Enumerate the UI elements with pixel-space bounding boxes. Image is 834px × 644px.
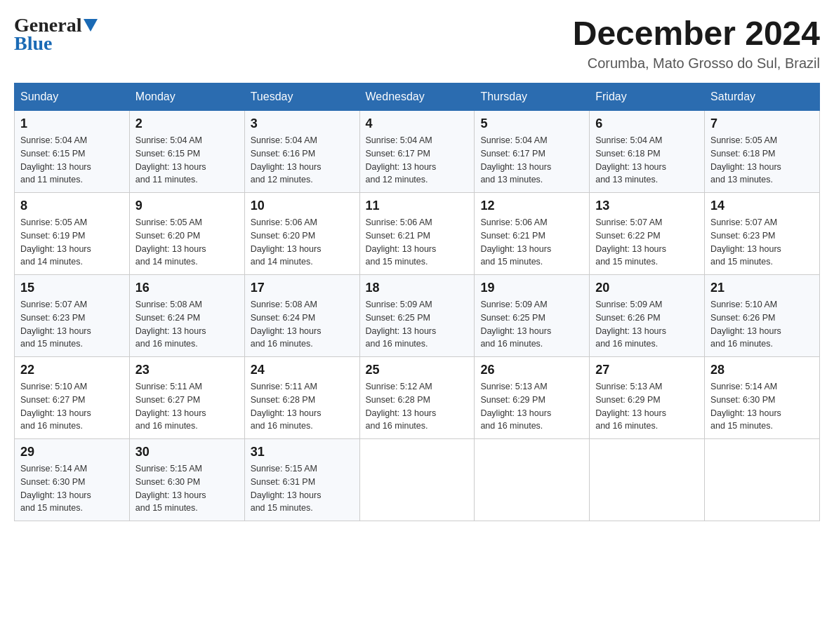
table-row [475, 439, 590, 521]
col-thursday: Thursday [475, 83, 590, 111]
calendar-table: Sunday Monday Tuesday Wednesday Thursday… [14, 83, 820, 521]
day-number: 4 [366, 116, 469, 131]
day-number: 25 [366, 363, 469, 377]
day-number: 17 [251, 281, 354, 295]
col-wednesday: Wednesday [359, 83, 475, 111]
day-number: 1 [20, 116, 124, 131]
table-row: 20 Sunrise: 5:09 AMSunset: 6:26 PMDaylig… [590, 275, 705, 357]
table-row: 14 Sunrise: 5:07 AMSunset: 6:23 PMDaylig… [705, 193, 820, 275]
day-number: 12 [480, 199, 583, 213]
day-info: Sunrise: 5:04 AMSunset: 6:16 PMDaylight:… [251, 134, 354, 187]
calendar-week-1: 1 Sunrise: 5:04 AMSunset: 6:15 PMDayligh… [15, 111, 820, 193]
day-number: 13 [595, 199, 699, 213]
title-area: December 2024 Corumba, Mato Grosso do Su… [573, 14, 820, 72]
calendar-week-4: 22 Sunrise: 5:10 AMSunset: 6:27 PMDaylig… [15, 357, 820, 439]
day-info: Sunrise: 5:10 AMSunset: 6:26 PMDaylight:… [710, 298, 814, 351]
col-sunday: Sunday [15, 83, 130, 111]
day-info: Sunrise: 5:12 AMSunset: 6:28 PMDaylight:… [366, 380, 469, 433]
table-row: 25 Sunrise: 5:12 AMSunset: 6:28 PMDaylig… [359, 357, 475, 439]
day-info: Sunrise: 5:08 AMSunset: 6:24 PMDaylight:… [251, 298, 354, 351]
day-number: 16 [135, 281, 239, 295]
day-number: 6 [595, 116, 699, 131]
location-subtitle: Corumba, Mato Grosso do Sul, Brazil [573, 55, 820, 72]
day-info: Sunrise: 5:04 AMSunset: 6:15 PMDaylight:… [135, 134, 239, 187]
day-info: Sunrise: 5:08 AMSunset: 6:24 PMDaylight:… [135, 298, 239, 351]
col-tuesday: Tuesday [244, 83, 359, 111]
day-info: Sunrise: 5:06 AMSunset: 6:20 PMDaylight:… [251, 216, 354, 269]
table-row [590, 439, 705, 521]
table-row: 2 Sunrise: 5:04 AMSunset: 6:15 PMDayligh… [129, 111, 244, 193]
day-number: 8 [20, 199, 124, 213]
day-number: 20 [595, 281, 699, 295]
table-row [705, 439, 820, 521]
table-row: 18 Sunrise: 5:09 AMSunset: 6:25 PMDaylig… [359, 275, 475, 357]
table-row: 11 Sunrise: 5:06 AMSunset: 6:21 PMDaylig… [359, 193, 475, 275]
table-row: 17 Sunrise: 5:08 AMSunset: 6:24 PMDaylig… [244, 275, 359, 357]
day-info: Sunrise: 5:13 AMSunset: 6:29 PMDaylight:… [595, 380, 699, 433]
table-row: 15 Sunrise: 5:07 AMSunset: 6:23 PMDaylig… [15, 275, 130, 357]
table-row: 12 Sunrise: 5:06 AMSunset: 6:21 PMDaylig… [475, 193, 590, 275]
day-number: 24 [251, 363, 354, 377]
day-info: Sunrise: 5:05 AMSunset: 6:19 PMDaylight:… [20, 216, 124, 269]
table-row: 29 Sunrise: 5:14 AMSunset: 6:30 PMDaylig… [15, 439, 130, 521]
table-row: 31 Sunrise: 5:15 AMSunset: 6:31 PMDaylig… [244, 439, 359, 521]
day-number: 27 [595, 363, 699, 377]
table-row: 1 Sunrise: 5:04 AMSunset: 6:15 PMDayligh… [15, 111, 130, 193]
day-number: 19 [480, 281, 583, 295]
table-row: 8 Sunrise: 5:05 AMSunset: 6:19 PMDayligh… [15, 193, 130, 275]
day-info: Sunrise: 5:13 AMSunset: 6:29 PMDaylight:… [480, 380, 583, 433]
header-row: Sunday Monday Tuesday Wednesday Thursday… [15, 83, 820, 111]
day-number: 7 [710, 116, 814, 131]
logo-blue-text: Blue [14, 32, 52, 55]
day-info: Sunrise: 5:04 AMSunset: 6:17 PMDaylight:… [366, 134, 469, 187]
day-info: Sunrise: 5:07 AMSunset: 6:23 PMDaylight:… [20, 298, 124, 351]
table-row: 28 Sunrise: 5:14 AMSunset: 6:30 PMDaylig… [705, 357, 820, 439]
table-row: 30 Sunrise: 5:15 AMSunset: 6:30 PMDaylig… [129, 439, 244, 521]
day-number: 31 [251, 445, 354, 459]
day-info: Sunrise: 5:14 AMSunset: 6:30 PMDaylight:… [710, 380, 814, 433]
calendar-week-3: 15 Sunrise: 5:07 AMSunset: 6:23 PMDaylig… [15, 275, 820, 357]
day-number: 14 [710, 199, 814, 213]
table-row: 19 Sunrise: 5:09 AMSunset: 6:25 PMDaylig… [475, 275, 590, 357]
day-info: Sunrise: 5:07 AMSunset: 6:23 PMDaylight:… [710, 216, 814, 269]
day-number: 3 [251, 116, 354, 131]
table-row: 3 Sunrise: 5:04 AMSunset: 6:16 PMDayligh… [244, 111, 359, 193]
day-number: 29 [20, 445, 124, 459]
table-row: 13 Sunrise: 5:07 AMSunset: 6:22 PMDaylig… [590, 193, 705, 275]
table-row: 21 Sunrise: 5:10 AMSunset: 6:26 PMDaylig… [705, 275, 820, 357]
table-row: 26 Sunrise: 5:13 AMSunset: 6:29 PMDaylig… [475, 357, 590, 439]
day-number: 28 [710, 363, 814, 377]
table-row [359, 439, 475, 521]
svg-marker-0 [84, 19, 98, 32]
col-monday: Monday [129, 83, 244, 111]
table-row: 7 Sunrise: 5:05 AMSunset: 6:18 PMDayligh… [705, 111, 820, 193]
table-row: 24 Sunrise: 5:11 AMSunset: 6:28 PMDaylig… [244, 357, 359, 439]
day-info: Sunrise: 5:09 AMSunset: 6:25 PMDaylight:… [480, 298, 583, 351]
day-number: 11 [366, 199, 469, 213]
day-info: Sunrise: 5:07 AMSunset: 6:22 PMDaylight:… [595, 216, 699, 269]
day-info: Sunrise: 5:15 AMSunset: 6:30 PMDaylight:… [135, 462, 239, 515]
calendar-week-2: 8 Sunrise: 5:05 AMSunset: 6:19 PMDayligh… [15, 193, 820, 275]
day-info: Sunrise: 5:04 AMSunset: 6:15 PMDaylight:… [20, 134, 124, 187]
day-number: 10 [251, 199, 354, 213]
logo-triangle-icon [84, 19, 98, 33]
day-info: Sunrise: 5:04 AMSunset: 6:18 PMDaylight:… [595, 134, 699, 187]
day-info: Sunrise: 5:04 AMSunset: 6:17 PMDaylight:… [480, 134, 583, 187]
table-row: 9 Sunrise: 5:05 AMSunset: 6:20 PMDayligh… [129, 193, 244, 275]
day-number: 9 [135, 199, 239, 213]
day-info: Sunrise: 5:09 AMSunset: 6:25 PMDaylight:… [366, 298, 469, 351]
table-row: 22 Sunrise: 5:10 AMSunset: 6:27 PMDaylig… [15, 357, 130, 439]
day-info: Sunrise: 5:10 AMSunset: 6:27 PMDaylight:… [20, 380, 124, 433]
table-row: 4 Sunrise: 5:04 AMSunset: 6:17 PMDayligh… [359, 111, 475, 193]
day-number: 22 [20, 363, 124, 377]
logo: General Blue [14, 14, 98, 55]
page-header: General Blue December 2024 Corumba, Mato… [14, 14, 820, 72]
day-number: 5 [480, 116, 583, 131]
month-title: December 2024 [573, 14, 820, 53]
day-info: Sunrise: 5:05 AMSunset: 6:20 PMDaylight:… [135, 216, 239, 269]
table-row: 6 Sunrise: 5:04 AMSunset: 6:18 PMDayligh… [590, 111, 705, 193]
calendar-week-5: 29 Sunrise: 5:14 AMSunset: 6:30 PMDaylig… [15, 439, 820, 521]
day-info: Sunrise: 5:06 AMSunset: 6:21 PMDaylight:… [480, 216, 583, 269]
day-info: Sunrise: 5:15 AMSunset: 6:31 PMDaylight:… [251, 462, 354, 515]
table-row: 27 Sunrise: 5:13 AMSunset: 6:29 PMDaylig… [590, 357, 705, 439]
